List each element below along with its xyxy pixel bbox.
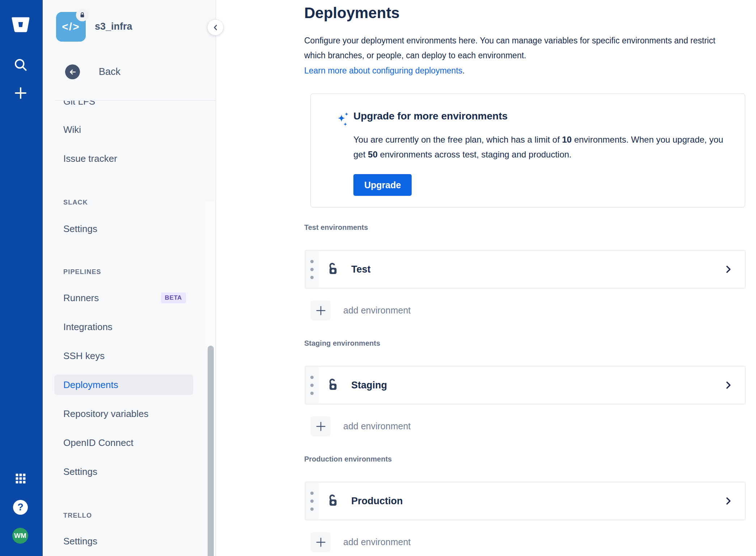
settings-sidebar: </> s3_infra Back Git LFS Wiki Issue tra… [43,0,216,556]
environment-row-staging[interactable]: Staging [305,366,746,404]
drag-handle-icon[interactable] [305,482,319,520]
drag-handle-icon[interactable] [305,366,319,404]
sidebar-menu: Git LFS Wiki Issue tracker SLACK Setting… [43,101,216,556]
repo-avatar[interactable]: </> [56,12,86,42]
sidebar-item-openid-connect[interactable]: OpenID Connect [54,433,193,453]
beta-badge: BETA [161,292,186,303]
sidebar-item-ssh-keys[interactable]: SSH keys [54,346,193,366]
add-environment-label: add environment [343,305,411,316]
plus-icon [311,300,331,320]
sidebar-item-trello-settings[interactable]: Settings [54,531,193,551]
sidebar-item-integrations[interactable]: Integrations [54,317,193,337]
app-switcher-grid-icon[interactable] [14,472,27,485]
sidebar-section-slack: SLACK [63,198,193,207]
chevron-left-icon [212,24,220,31]
add-environment-production-button[interactable]: add environment [311,532,411,552]
unlocked-padlock-icon [325,377,340,393]
environment-name: Production [351,496,403,507]
page-description: Configure your deployment environments h… [304,33,724,63]
main-content: Deployments Configure your deployment en… [216,0,756,556]
upgrade-card: Upgrade for more environments You are cu… [310,93,745,207]
back-arrow-icon [65,64,80,79]
env-limit-value: 10 [562,135,572,144]
add-environment-test-button[interactable]: add environment [311,300,411,320]
chevron-right-icon [723,380,733,390]
sidebar-section-pipelines: PIPELINES [63,267,193,277]
sidebar-item-git-lfs[interactable]: Git LFS [54,101,193,111]
environment-name: Test [351,264,371,275]
back-button[interactable]: Back [65,64,120,79]
add-environment-label: add environment [343,537,411,547]
question-mark-glyph: ? [13,500,28,515]
sparkle-icon [335,111,352,130]
staging-environments-label: Staging environments [304,339,380,348]
sidebar-item-slack-settings[interactable]: Settings [54,219,193,239]
environment-name: Staging [351,380,387,391]
sidebar-scrollbar-thumb[interactable] [208,346,214,556]
upgrade-body: You are currently on the free plan, whic… [353,132,730,162]
environment-row-production[interactable]: Production [305,482,746,520]
upgrade-heading: Upgrade for more environments [353,110,507,122]
sidebar-item-issue-tracker[interactable]: Issue tracker [54,148,193,169]
page-title: Deployments [304,4,400,22]
env-upgrade-value: 50 [368,149,378,159]
sidebar-item-wiki[interactable]: Wiki [54,119,193,140]
plus-icon [311,416,331,436]
unlocked-padlock-icon [325,493,340,509]
code-brackets-icon: </> [62,21,80,33]
sidebar-collapse-button[interactable] [207,19,224,35]
create-plus-icon[interactable] [12,84,29,102]
production-environments-label: Production environments [304,455,392,463]
add-environment-staging-button[interactable]: add environment [311,416,411,436]
chevron-right-icon [723,265,733,274]
add-environment-label: add environment [343,421,411,431]
sidebar-item-runners[interactable]: Runners BETA [54,288,193,308]
app-bar: ? WM [0,0,43,556]
back-label: Back [99,66,120,77]
sidebar-section-trello: TRELLO [63,511,193,520]
learn-more-link[interactable]: Learn more about configuring deployments [304,66,462,75]
chevron-right-icon [723,496,733,506]
drag-handle-icon[interactable] [305,250,319,288]
sidebar-item-repository-variables[interactable]: Repository variables [54,404,193,424]
upgrade-button[interactable]: Upgrade [353,174,412,196]
search-icon[interactable] [12,56,29,73]
plus-icon [311,532,331,552]
environment-row-test[interactable]: Test [305,250,746,288]
learn-more-row: Learn more about configuring deployments… [304,66,465,76]
sidebar-item-deployments[interactable]: Deployments [54,375,193,395]
repo-title: s3_infra [95,21,132,32]
unlocked-padlock-icon [325,261,340,277]
link-suffix: . [462,66,464,75]
help-icon[interactable]: ? [13,500,28,515]
sidebar-item-pipelines-settings[interactable]: Settings [54,462,193,482]
private-repo-lock-badge [76,9,89,21]
avatar-initials: WM [12,528,28,544]
test-environments-label: Test environments [304,223,368,232]
bitbucket-logo-icon[interactable] [9,13,32,36]
user-avatar[interactable]: WM [12,528,28,544]
